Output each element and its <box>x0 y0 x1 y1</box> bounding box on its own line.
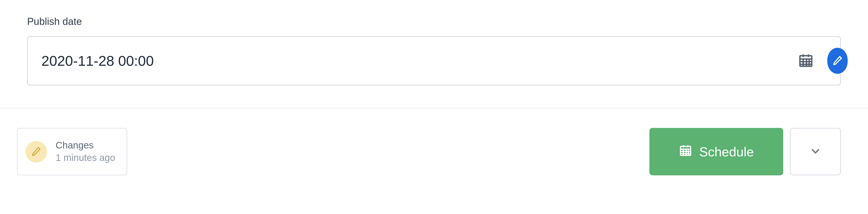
publish-date-input-wrap <box>27 36 841 85</box>
pencil-icon <box>31 146 41 157</box>
calendar-icon <box>679 144 692 160</box>
changes-time: 1 minutes ago <box>56 152 115 164</box>
schedule-dropdown-button[interactable] <box>790 128 841 175</box>
schedule-button-label: Schedule <box>699 144 754 159</box>
pencil-icon <box>833 55 843 66</box>
chevron-down-icon <box>809 145 822 158</box>
changes-text: Changes 1 minutes ago <box>56 139 115 164</box>
publish-date-input[interactable] <box>27 36 841 85</box>
schedule-button[interactable]: Schedule <box>649 128 783 175</box>
changes-title: Changes <box>56 139 115 152</box>
publish-date-label: Publish date <box>27 16 841 27</box>
changes-card[interactable]: Changes 1 minutes ago <box>17 128 127 175</box>
edit-date-button[interactable] <box>827 48 848 74</box>
changes-icon-circle <box>26 141 47 162</box>
